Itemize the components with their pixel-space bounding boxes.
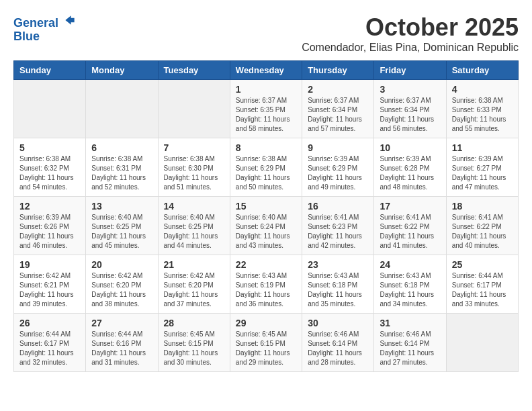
logo-line1: General (13, 16, 58, 30)
calendar-cell: 21Sunrise: 6:42 AM Sunset: 6:20 PM Dayli… (158, 255, 230, 314)
day-number: 1 (236, 84, 296, 95)
day-number: 18 (452, 201, 513, 212)
day-number: 23 (308, 259, 368, 270)
day-info: Sunrise: 6:37 AM Sunset: 6:34 PM Dayligh… (308, 96, 368, 134)
calendar-table: SundayMondayTuesdayWednesdayThursdayFrid… (13, 60, 519, 372)
week-row-3: 12Sunrise: 6:39 AM Sunset: 6:26 PM Dayli… (14, 197, 519, 255)
day-number: 25 (452, 259, 513, 270)
calendar-cell: 7Sunrise: 6:38 AM Sunset: 6:30 PM Daylig… (158, 138, 230, 197)
day-number: 9 (308, 142, 368, 153)
weekday-header-thursday: Thursday (302, 61, 374, 80)
weekday-header-sunday: Sunday (14, 61, 86, 80)
calendar-cell: 6Sunrise: 6:38 AM Sunset: 6:31 PM Daylig… (86, 138, 158, 197)
calendar-cell: 15Sunrise: 6:40 AM Sunset: 6:24 PM Dayli… (230, 197, 302, 255)
day-info: Sunrise: 6:43 AM Sunset: 6:18 PM Dayligh… (380, 271, 440, 309)
day-number: 10 (380, 142, 440, 153)
calendar-cell: 13Sunrise: 6:40 AM Sunset: 6:25 PM Dayli… (86, 197, 158, 255)
day-info: Sunrise: 6:44 AM Sunset: 6:17 PM Dayligh… (452, 271, 513, 309)
day-info: Sunrise: 6:43 AM Sunset: 6:19 PM Dayligh… (236, 271, 296, 309)
calendar-cell: 2Sunrise: 6:37 AM Sunset: 6:34 PM Daylig… (302, 80, 374, 138)
calendar-cell: 5Sunrise: 6:38 AM Sunset: 6:32 PM Daylig… (14, 138, 86, 197)
calendar-cell: 24Sunrise: 6:43 AM Sunset: 6:18 PM Dayli… (374, 255, 446, 314)
calendar-cell: 30Sunrise: 6:46 AM Sunset: 6:14 PM Dayli… (302, 314, 374, 372)
weekday-header-row: SundayMondayTuesdayWednesdayThursdayFrid… (14, 61, 519, 80)
calendar-cell: 28Sunrise: 6:45 AM Sunset: 6:15 PM Dayli… (158, 314, 230, 372)
day-number: 20 (91, 259, 152, 270)
weekday-header-wednesday: Wednesday (230, 61, 302, 80)
day-number: 3 (380, 84, 440, 95)
day-info: Sunrise: 6:39 AM Sunset: 6:28 PM Dayligh… (380, 154, 440, 192)
day-number: 8 (236, 142, 296, 153)
day-info: Sunrise: 6:38 AM Sunset: 6:33 PM Dayligh… (452, 96, 513, 134)
day-info: Sunrise: 6:45 AM Sunset: 6:15 PM Dayligh… (164, 330, 224, 367)
day-number: 16 (308, 201, 368, 212)
day-number: 15 (236, 201, 296, 212)
calendar-cell: 23Sunrise: 6:43 AM Sunset: 6:18 PM Dayli… (302, 255, 374, 314)
day-number: 19 (19, 259, 80, 270)
calendar-cell: 9Sunrise: 6:39 AM Sunset: 6:29 PM Daylig… (302, 138, 374, 197)
calendar-cell: 14Sunrise: 6:40 AM Sunset: 6:25 PM Dayli… (158, 197, 230, 255)
day-number: 24 (380, 259, 440, 270)
logo-arrow-icon (63, 13, 77, 27)
day-info: Sunrise: 6:38 AM Sunset: 6:32 PM Dayligh… (19, 154, 80, 192)
weekday-header-monday: Monday (86, 61, 158, 80)
week-row-1: 1Sunrise: 6:37 AM Sunset: 6:35 PM Daylig… (14, 80, 519, 138)
week-row-4: 19Sunrise: 6:42 AM Sunset: 6:21 PM Dayli… (14, 255, 519, 314)
calendar-cell (14, 80, 86, 138)
day-info: Sunrise: 6:37 AM Sunset: 6:34 PM Dayligh… (380, 96, 440, 134)
day-number: 30 (308, 318, 368, 328)
day-number: 5 (19, 142, 80, 153)
calendar-cell: 25Sunrise: 6:44 AM Sunset: 6:17 PM Dayli… (446, 255, 518, 314)
logo: General Blue (13, 13, 77, 44)
day-number: 14 (164, 201, 224, 212)
weekday-header-tuesday: Tuesday (158, 61, 230, 80)
calendar-cell (446, 314, 518, 372)
calendar-cell: 12Sunrise: 6:39 AM Sunset: 6:26 PM Dayli… (14, 197, 86, 255)
day-number: 27 (91, 318, 152, 328)
day-number: 21 (164, 259, 224, 270)
day-number: 22 (236, 259, 296, 270)
day-number: 13 (91, 201, 152, 212)
day-number: 26 (19, 318, 80, 328)
calendar-cell (86, 80, 158, 138)
day-info: Sunrise: 6:40 AM Sunset: 6:25 PM Dayligh… (164, 213, 224, 250)
day-info: Sunrise: 6:41 AM Sunset: 6:23 PM Dayligh… (308, 213, 368, 250)
day-number: 4 (452, 84, 513, 95)
day-info: Sunrise: 6:37 AM Sunset: 6:35 PM Dayligh… (236, 96, 296, 134)
day-info: Sunrise: 6:38 AM Sunset: 6:30 PM Dayligh… (164, 154, 224, 192)
day-info: Sunrise: 6:44 AM Sunset: 6:16 PM Dayligh… (91, 330, 152, 367)
day-info: Sunrise: 6:38 AM Sunset: 6:29 PM Dayligh… (236, 154, 296, 192)
calendar-cell: 19Sunrise: 6:42 AM Sunset: 6:21 PM Dayli… (14, 255, 86, 314)
day-info: Sunrise: 6:40 AM Sunset: 6:25 PM Dayligh… (91, 213, 152, 250)
weekday-header-friday: Friday (374, 61, 446, 80)
day-info: Sunrise: 6:46 AM Sunset: 6:14 PM Dayligh… (308, 330, 368, 367)
day-number: 6 (91, 142, 152, 153)
day-info: Sunrise: 6:41 AM Sunset: 6:22 PM Dayligh… (452, 213, 513, 250)
day-info: Sunrise: 6:39 AM Sunset: 6:27 PM Dayligh… (452, 154, 513, 192)
day-number: 7 (164, 142, 224, 153)
calendar-cell: 27Sunrise: 6:44 AM Sunset: 6:16 PM Dayli… (86, 314, 158, 372)
day-info: Sunrise: 6:38 AM Sunset: 6:31 PM Dayligh… (91, 154, 152, 192)
location-subtitle: Comendador, Elias Pina, Dominican Republ… (302, 42, 519, 54)
calendar-cell: 1Sunrise: 6:37 AM Sunset: 6:35 PM Daylig… (230, 80, 302, 138)
day-info: Sunrise: 6:42 AM Sunset: 6:20 PM Dayligh… (91, 271, 152, 309)
day-info: Sunrise: 6:41 AM Sunset: 6:22 PM Dayligh… (380, 213, 440, 250)
calendar-cell: 11Sunrise: 6:39 AM Sunset: 6:27 PM Dayli… (446, 138, 518, 197)
calendar-cell: 26Sunrise: 6:44 AM Sunset: 6:17 PM Dayli… (14, 314, 86, 372)
month-title: October 2025 (302, 13, 519, 42)
calendar-cell: 29Sunrise: 6:45 AM Sunset: 6:15 PM Dayli… (230, 314, 302, 372)
day-info: Sunrise: 6:39 AM Sunset: 6:26 PM Dayligh… (19, 213, 80, 250)
calendar-cell: 17Sunrise: 6:41 AM Sunset: 6:22 PM Dayli… (374, 197, 446, 255)
calendar-cell: 22Sunrise: 6:43 AM Sunset: 6:19 PM Dayli… (230, 255, 302, 314)
day-info: Sunrise: 6:44 AM Sunset: 6:17 PM Dayligh… (19, 330, 80, 367)
calendar-cell: 8Sunrise: 6:38 AM Sunset: 6:29 PM Daylig… (230, 138, 302, 197)
day-number: 28 (164, 318, 224, 328)
week-row-2: 5Sunrise: 6:38 AM Sunset: 6:32 PM Daylig… (14, 138, 519, 197)
day-number: 2 (308, 84, 368, 95)
calendar-cell: 31Sunrise: 6:46 AM Sunset: 6:14 PM Dayli… (374, 314, 446, 372)
calendar-cell: 20Sunrise: 6:42 AM Sunset: 6:20 PM Dayli… (86, 255, 158, 314)
logo-line2-wrapper: Blue (13, 30, 77, 44)
day-number: 12 (19, 201, 80, 212)
day-number: 29 (236, 318, 296, 328)
page-header: General Blue October 2025 Comendador, El… (13, 13, 519, 54)
